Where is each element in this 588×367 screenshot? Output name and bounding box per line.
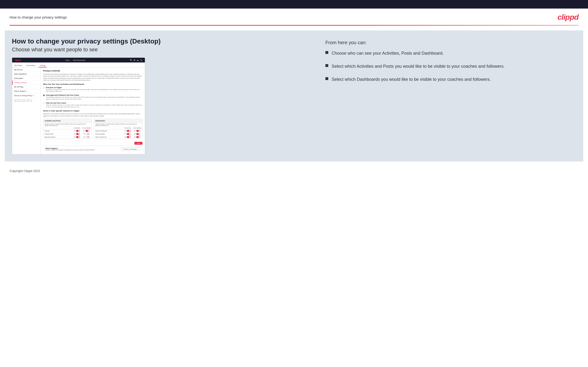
search-icon[interactable]: 🔍 <box>130 59 132 61</box>
activities-table-header: Activities and Posts <box>43 119 92 123</box>
logo: clippd <box>558 13 579 22</box>
show-hide-title: Show or hide specific features in Clippd <box>43 110 142 112</box>
followers-col-label: FOLLOWERS <box>83 127 90 129</box>
bullet-item-1: Choose who can see your Activities, Post… <box>325 50 576 57</box>
what-to-work-followers-cell: ON <box>133 136 141 138</box>
who-can-see-title: Who Can See Your Activities and Dashboar… <box>43 83 142 85</box>
main-content: How to change your privacy settings (Des… <box>5 30 583 161</box>
manual-followers-on-label: ON <box>83 136 85 138</box>
round-insights-coaches-toggle[interactable] <box>127 133 130 135</box>
help-desc: Visit our Clippd community to troublesho… <box>45 149 95 150</box>
tab-my-profile[interactable]: My Profile <box>14 64 23 67</box>
dashboards-table-cols: COACHES FOLLOWERS <box>94 127 142 129</box>
radio-option-approved[interactable]: Only Approved Followers and Your Coach O… <box>43 94 142 100</box>
what-to-work-coaches-toggle[interactable] <box>127 136 130 138</box>
round-insights-coaches-on-label: ON <box>124 133 126 135</box>
chevron-icon: › <box>38 78 39 79</box>
toggle-tables: Activities and Posts Select the types of… <box>43 119 142 139</box>
manual-followers-toggle-cell: ON <box>83 136 90 138</box>
practice-coaches-toggle[interactable] <box>76 133 80 135</box>
chevron-icon: › <box>38 69 39 71</box>
player-dashboard-followers-toggle[interactable] <box>136 130 140 132</box>
radio-approved[interactable] <box>43 94 45 96</box>
bullet-text-2: Select which Activities and Posts you wo… <box>332 63 504 70</box>
page-heading: How to change your privacy settings (Des… <box>12 38 318 45</box>
toggle-row-what-to-work-on: What To Work On ON ON <box>94 136 142 139</box>
visit-community-button[interactable]: Visit Our Community ↗ <box>121 147 140 151</box>
app-nav: clippd Home My Performance 🔍 ⊞ ☁ 👤 <box>12 58 145 62</box>
round-insights-label: Round Insights <box>95 133 124 135</box>
player-dashboard-coaches-on-label: ON <box>124 130 126 132</box>
nav-my-performance[interactable]: My Performance <box>73 59 85 61</box>
round-insights-followers-on-label: ON <box>134 133 136 135</box>
rounds-followers-on-label: ON <box>83 130 85 132</box>
sidebar-item-privacy-controls[interactable]: Privacy Controls › <box>12 81 40 85</box>
toggle-row-practice-drills: Practice Drills ON ON <box>43 133 92 136</box>
player-dashboard-toggle-pair: ON ON <box>124 130 141 132</box>
sidebar-label-service-privacy: Service & Privacy Policy ↗ <box>14 95 34 97</box>
player-dashboard-followers-on-label: ON <box>134 130 136 132</box>
sidebar-item-my-golf-bag[interactable]: My Golf Bag › <box>12 85 40 89</box>
rounds-followers-toggle[interactable] <box>86 130 89 132</box>
dashboards-table-header: Dashboards <box>94 119 142 123</box>
header-title: How to change your privacy settings <box>9 15 67 19</box>
sidebar-item-subscription[interactable]: Subscription › <box>12 76 40 81</box>
chevron-icon: › <box>38 73 39 75</box>
radio-label-everyone: Everyone on Clippd <box>46 87 142 88</box>
sidebar-item-my-account[interactable]: My Account › <box>12 68 40 72</box>
radio-option-only-you[interactable]: Only You and Your Coach Only you and the… <box>43 102 142 108</box>
player-dashboard-coaches-toggle[interactable] <box>127 130 130 132</box>
header-divider <box>9 25 579 26</box>
practice-followers-toggle[interactable] <box>86 133 89 135</box>
header: How to change your privacy settings clip… <box>0 8 588 25</box>
activities-table-desc: Select the types of activity that you'd … <box>43 123 92 127</box>
rounds-toggle-pair: ON ON <box>73 130 90 132</box>
cloud-icon[interactable]: ☁ <box>137 59 139 61</box>
rounds-coaches-toggle[interactable] <box>76 130 80 132</box>
round-insights-followers-toggle[interactable] <box>136 133 140 135</box>
radio-label-only-you: Only You and Your Coach <box>46 102 142 104</box>
radio-desc-approved: Only approved followers and coaches you … <box>46 96 142 100</box>
what-to-work-followers-toggle[interactable] <box>136 136 140 138</box>
dashboards-table-desc: Select the types of activity that you'd … <box>94 123 142 127</box>
toggle-row-player-dashboard: Player Dashboard ON ON <box>94 129 142 133</box>
avatar[interactable]: 👤 <box>140 59 142 61</box>
what-to-work-toggle-pair: ON ON <box>124 136 141 138</box>
app-nav-icons: 🔍 ⊞ ☁ 👤 <box>130 59 142 61</box>
sidebar-item-help-support[interactable]: Help & Support ↗ <box>12 89 40 94</box>
practice-coaches-toggle-cell: ON <box>73 133 81 135</box>
nav-home[interactable]: Home <box>65 59 70 61</box>
toggle-row-manual-activities: Manual Activities ON ON <box>43 136 92 139</box>
app-nav-logo: clippd <box>15 59 21 61</box>
manual-followers-toggle[interactable] <box>86 136 89 138</box>
tab-connections[interactable]: Connections <box>25 64 36 67</box>
manual-coaches-on-label: ON <box>74 136 76 138</box>
privacy-controls-title: Privacy Controls <box>43 70 142 72</box>
what-to-work-followers-on-label: ON <box>134 136 136 138</box>
app-tabs: My Profile Connections Settings <box>12 62 145 68</box>
tab-settings[interactable]: Settings <box>39 64 47 67</box>
toggle-row-round-insights: Round Insights ON ON <box>94 133 142 136</box>
chevron-icon: › <box>38 82 39 83</box>
save-row: Save <box>43 141 142 146</box>
from-here-title: From here you can: <box>325 40 576 45</box>
privacy-controls-desc: Control how you and your data appears to… <box>43 73 142 81</box>
round-insights-toggle-pair: ON ON <box>124 133 141 135</box>
rounds-coaches-on-label: ON <box>74 130 76 132</box>
radio-everyone[interactable] <box>43 87 45 89</box>
radio-option-everyone[interactable]: Everyone on Clippd Everyone on Clippd ca… <box>43 87 142 93</box>
what-to-work-coaches-on-label: ON <box>124 136 126 138</box>
what-to-work-on-label: What To Work On <box>95 136 124 138</box>
footer: Copyright Clippd 2022 <box>0 166 588 175</box>
practice-drills-toggle-pair: ON ON <box>73 133 90 135</box>
radio-only-you[interactable] <box>43 102 45 104</box>
sidebar-item-service-privacy[interactable]: Service & Privacy Policy ↗ <box>12 94 40 98</box>
manual-coaches-toggle[interactable] <box>76 136 80 138</box>
coaches-col-label: COACHES <box>73 127 81 129</box>
grid-icon[interactable]: ⊞ <box>134 59 135 61</box>
sidebar-label-privacy-controls: Privacy Controls <box>15 82 27 83</box>
bullet-item-2: Select which Activities and Posts you wo… <box>325 63 576 70</box>
what-to-work-coaches-cell: ON <box>124 136 131 138</box>
sidebar-item-data-integrations[interactable]: Data Integrations › <box>12 72 40 76</box>
save-button[interactable]: Save <box>134 142 142 145</box>
